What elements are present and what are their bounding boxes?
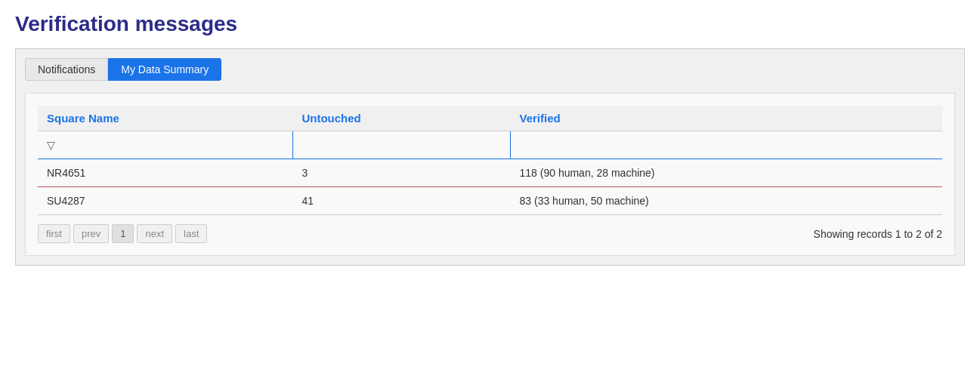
pagination-page-button[interactable]: 1 <box>112 224 134 243</box>
table-header-row: Square Name Untouched Verified <box>38 106 942 131</box>
outer-container: Notifications My Data Summary Square Nam… <box>15 48 965 266</box>
column-header-square-name: Square Name <box>38 106 292 131</box>
filter-row: ▽ <box>38 131 942 159</box>
cell-verified-1: 118 (90 human, 28 machine) <box>511 159 942 187</box>
inner-container: Square Name Untouched Verified ▽ NR4651 … <box>25 93 955 256</box>
column-header-verified: Verified <box>511 106 942 131</box>
cell-square-name-1: NR4651 <box>38 159 292 187</box>
pagination-buttons: first prev 1 next last <box>38 224 207 243</box>
filter-icon[interactable]: ▽ <box>47 139 55 151</box>
table-row: SU4287 41 83 (33 human, 50 machine) <box>38 187 942 215</box>
pagination-last-button[interactable]: last <box>175 224 207 243</box>
pagination-first-button[interactable]: first <box>38 224 70 243</box>
pagination-prev-button[interactable]: prev <box>73 224 109 243</box>
cell-untouched-1: 3 <box>292 159 510 187</box>
pagination-next-button[interactable]: next <box>137 224 172 243</box>
data-table: Square Name Untouched Verified ▽ NR4651 … <box>38 106 942 215</box>
page-title: Verification messages <box>15 12 965 36</box>
cell-verified-2: 83 (33 human, 50 machine) <box>511 187 942 215</box>
tab-notifications[interactable]: Notifications <box>25 58 108 81</box>
records-info: Showing records 1 to 2 of 2 <box>814 228 942 240</box>
pagination-row: first prev 1 next last Showing records 1… <box>38 224 942 243</box>
cell-square-name-2: SU4287 <box>38 187 292 215</box>
cell-untouched-2: 41 <box>292 187 510 215</box>
column-header-untouched: Untouched <box>292 106 510 131</box>
table-row: NR4651 3 118 (90 human, 28 machine) <box>38 159 942 187</box>
tab-my-data-summary[interactable]: My Data Summary <box>108 58 221 81</box>
tabs-bar: Notifications My Data Summary <box>25 58 955 81</box>
